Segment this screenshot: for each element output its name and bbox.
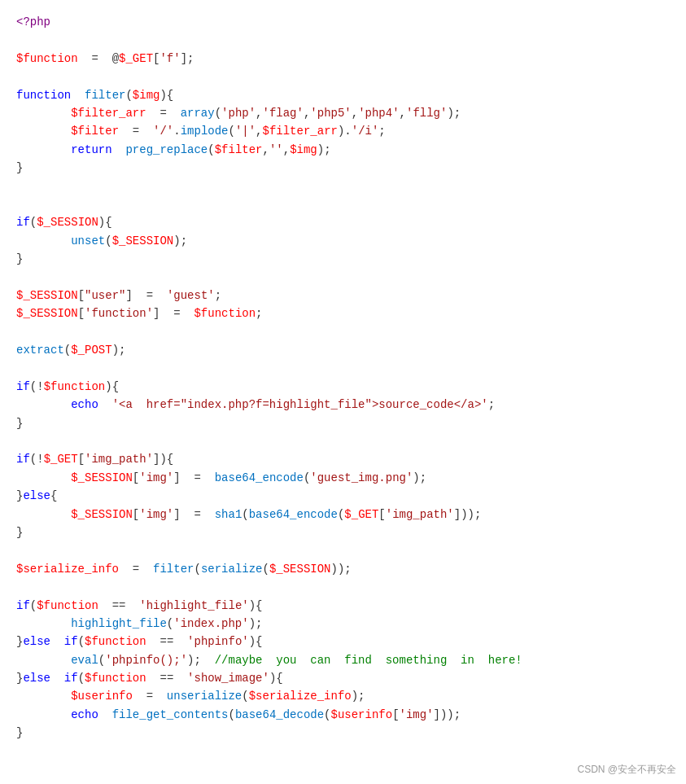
line-16: $_SESSION["user"] = 'guest'; xyxy=(16,287,670,304)
code-block: <?php $function = @$_GET['f']; function … xyxy=(16,13,670,742)
line-19: extract($_POST); xyxy=(16,341,670,359)
line-29: } xyxy=(16,523,670,541)
line-31: $serialize_info = filter(serialize($_SES… xyxy=(16,560,670,578)
line-14: } xyxy=(16,250,670,268)
line-33: if($function == 'highlight_file'){ xyxy=(16,597,670,615)
line-32 xyxy=(16,578,670,596)
line-35: }else if($function == 'phpinfo'){ xyxy=(16,633,670,650)
line-4 xyxy=(16,68,670,85)
line-28: $_SESSION['img'] = sha1(base64_encode($_… xyxy=(16,506,670,523)
line-23: } xyxy=(16,414,670,432)
line-6: $filter_arr = array('php','flag','php5',… xyxy=(16,104,670,122)
line-18 xyxy=(16,323,670,341)
line-9: } xyxy=(16,159,670,177)
line-1: <?php xyxy=(16,13,670,31)
line-30 xyxy=(16,541,670,559)
line-26: $_SESSION['img'] = base64_encode('guest_… xyxy=(16,469,670,487)
line-10 xyxy=(16,177,670,195)
line-22: echo '<a href="index.php?f=highlight_fil… xyxy=(16,396,670,414)
line-34: highlight_file('index.php'); xyxy=(16,615,670,633)
line-27: }else{ xyxy=(16,487,670,505)
line-12: if($_SESSION){ xyxy=(16,213,670,231)
line-36: eval('phpinfo();'); //maybe you can find… xyxy=(16,651,670,669)
line-20 xyxy=(16,359,670,377)
line-40: } xyxy=(16,724,670,742)
line-8: return preg_replace($filter,'',$img); xyxy=(16,141,670,159)
line-24 xyxy=(16,432,670,450)
line-37: }else if($function == 'show_image'){ xyxy=(16,669,670,687)
line-11 xyxy=(16,195,670,213)
line-25: if(!$_GET['img_path']){ xyxy=(16,450,670,468)
line-2 xyxy=(16,31,670,49)
line-21: if(!$function){ xyxy=(16,378,670,396)
line-7: $filter = '/'.implode('|',$filter_arr).'… xyxy=(16,122,670,140)
line-13: unset($_SESSION); xyxy=(16,232,670,250)
line-15 xyxy=(16,268,670,286)
line-3: $function = @$_GET['f']; xyxy=(16,50,670,68)
line-17: $_SESSION['function'] = $function; xyxy=(16,304,670,322)
line-39: echo file_get_contents(base64_decode($us… xyxy=(16,706,670,724)
line-38: $userinfo = unserialize($serialize_info)… xyxy=(16,687,670,705)
line-5: function filter($img){ xyxy=(16,86,670,104)
